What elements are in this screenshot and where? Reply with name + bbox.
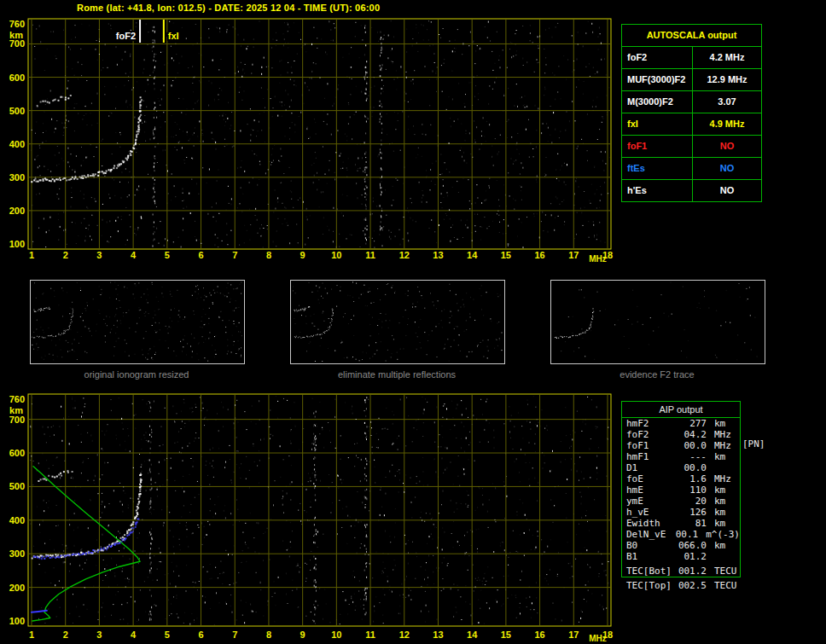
table-row: Ewidth 81 km <box>622 518 740 529</box>
f2-trace <box>555 308 594 339</box>
param-value: 002.5 <box>676 580 707 591</box>
param-value: 81 <box>676 518 707 529</box>
grid <box>29 20 610 248</box>
x-tick-label: 16 <box>534 250 544 260</box>
y-tick-label: 400 <box>9 139 25 149</box>
param-value: 4.9 MHz <box>693 113 761 135</box>
param-label: ftEs <box>622 158 693 179</box>
top-ionogram-plot: foF2fxI760700600500400300200100km1234567… <box>0 17 618 269</box>
table-row: h'Es NO <box>622 180 761 201</box>
param-label: foF2 <box>622 429 676 440</box>
y-tick-label: 200 <box>9 206 25 216</box>
y-axis-unit-label: km <box>9 405 23 415</box>
fof1-pn-note: [PN] <box>742 438 765 450</box>
y-tick-label: 300 <box>9 548 25 559</box>
x-tick-label: 14 <box>467 250 478 260</box>
x-tick-label: 1 <box>29 250 34 260</box>
electron-density-profile <box>32 467 140 621</box>
param-label: MUF(3000)F2 <box>622 69 693 90</box>
aip-table-header: AIP output <box>622 402 740 418</box>
param-value: 00.0 <box>676 440 707 451</box>
param-unit: MHz <box>707 440 731 451</box>
noise-dots <box>31 20 610 248</box>
param-label: DelN_vE <box>622 529 671 540</box>
bottom-ionogram-plot: 760700600500400300200100km12345678910111… <box>0 391 618 644</box>
param-value: 00.0 <box>676 462 707 473</box>
x-axis-unit-label: MHz <box>589 634 607 643</box>
param-label: h'Es <box>622 180 693 201</box>
y-tick-label: 300 <box>9 172 25 183</box>
param-label: hmE <box>622 484 676 496</box>
table-row: DelN_vE 00.1 m^(-3) <box>622 529 740 540</box>
aip-tec-top-row: TEC[Top] 002.5 TECU <box>622 580 740 591</box>
x-tick-label: 7 <box>232 629 237 640</box>
echo-trace <box>37 95 72 107</box>
x-tick-label: 9 <box>300 250 305 260</box>
noise-dots <box>555 282 758 361</box>
param-value: 110 <box>676 484 707 496</box>
param-unit: m^(-3) <box>698 529 740 540</box>
x-tick-label: 12 <box>399 250 410 260</box>
x-tick-label: 16 <box>534 629 544 640</box>
thumbnail-f2-plot <box>551 281 763 362</box>
x-tick-label: 5 <box>165 250 170 260</box>
param-unit: TECU <box>707 566 737 577</box>
y-tick-label: 100 <box>9 239 25 249</box>
param-value: NO <box>693 136 761 157</box>
f2-trace <box>294 309 334 339</box>
x-tick-label: 11 <box>365 629 375 640</box>
marker-label: fxI <box>168 31 179 41</box>
thumbnail-original-ionogram <box>30 280 245 364</box>
y-tick-label: 500 <box>9 106 25 116</box>
autoscala-table: AUTOSCALA output foF2 4.2 MHz MUF(3000)F… <box>621 24 762 202</box>
param-value: 277 <box>676 418 707 429</box>
interference-streaks <box>149 397 368 622</box>
table-row: foF1 00.0 MHz <box>622 440 740 451</box>
y-tick-label: 400 <box>9 515 25 525</box>
param-value: 1.6 <box>676 473 707 484</box>
table-row: B0 066.0 km <box>622 540 740 551</box>
f2-trace <box>33 309 73 339</box>
x-tick-label: 5 <box>165 629 170 640</box>
x-tick-label: 7 <box>232 250 237 260</box>
param-label: foF2 <box>622 47 693 68</box>
param-value: 04.2 <box>676 429 707 440</box>
table-row: TEC[Bot] 001.2 TECU <box>622 566 740 577</box>
param-unit <box>707 551 714 562</box>
x-tick-label: 2 <box>63 629 68 640</box>
param-unit: km <box>707 518 725 529</box>
y-tick-label: 500 <box>9 481 25 491</box>
y-axis-unit-label: km <box>9 30 23 40</box>
x-tick-label: 17 <box>568 250 579 260</box>
x-tick-label: 1 <box>29 629 34 640</box>
aip-table: AIP output hmF2 277 km foF2 04.2 MHz foF… <box>621 401 741 577</box>
param-unit: km <box>707 451 725 462</box>
param-value: 01.2 <box>676 551 707 562</box>
thumbnail-caption: original ionogram resized <box>30 369 243 380</box>
table-row: foF2 04.2 MHz <box>622 429 740 440</box>
param-label: TEC[Top] <box>622 580 676 591</box>
param-label: foF1 <box>622 136 693 157</box>
marker-label: foF2 <box>116 31 136 41</box>
thumbnail-caption: eliminate multiple reflections <box>290 369 503 380</box>
echo-trace <box>38 470 73 482</box>
echo-trace <box>33 307 50 312</box>
y-tick-label: 200 <box>9 583 25 593</box>
autoscala-table-header: AUTOSCALA output <box>622 25 761 47</box>
frequency-markers: foF2fxI <box>116 20 179 43</box>
param-label: M(3000)F2 <box>622 91 693 113</box>
x-tick-label: 10 <box>331 629 341 640</box>
param-value: NO <box>693 180 761 201</box>
param-value: 12.9 MHz <box>693 69 761 90</box>
param-value: 3.07 <box>693 91 761 113</box>
plot-border <box>28 19 611 249</box>
thumbnail-f2-trace <box>550 280 765 364</box>
param-unit <box>707 462 714 473</box>
table-row: ymE 20 km <box>622 496 740 507</box>
y-tick-label: 700 <box>9 38 25 49</box>
param-label: TEC[Bot] <box>622 566 676 577</box>
param-unit: TECU <box>707 580 737 591</box>
param-unit: km <box>707 540 725 551</box>
autoscala-screen: Rome (lat: +41.8, lon: 012.5) - DATE: 20… <box>0 0 826 644</box>
x-tick-label: 15 <box>501 250 511 260</box>
